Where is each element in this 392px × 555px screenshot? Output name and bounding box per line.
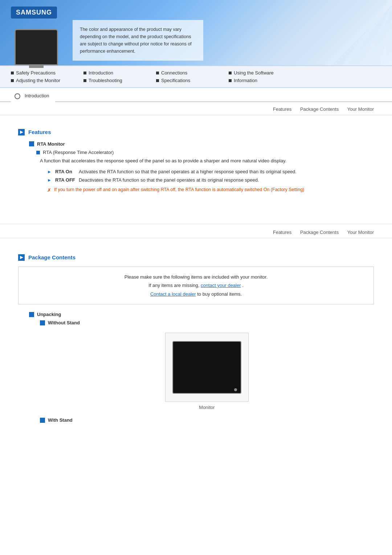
rta-on-label: RTA On [55, 169, 75, 174]
features-section-title: Features [28, 129, 51, 135]
header-description-box: The color and appearance of the product … [73, 20, 203, 61]
header-decoration [298, 0, 392, 65]
nav-item-software[interactable]: Using the Software [229, 69, 294, 77]
rta-warning-text: If you turn the power off and on again a… [54, 186, 304, 193]
sub-nav2-features[interactable]: Features [273, 230, 291, 235]
without-stand-icon [40, 320, 45, 325]
package-section-icon: ▶ [18, 254, 25, 261]
pkg-text3: . [242, 283, 244, 288]
without-stand-header: Without Stand [40, 320, 374, 325]
nav-bullet [11, 79, 14, 82]
tab-introduction[interactable]: Introduction [11, 92, 55, 102]
nav-label-software: Using the Software [234, 70, 274, 76]
with-stand-subsection: With Stand [40, 417, 374, 423]
nav-bullet [229, 79, 232, 82]
with-stand-header: With Stand [40, 417, 374, 423]
tab-circle-icon [15, 93, 20, 99]
package-section-title: Package Contents [28, 254, 75, 260]
package-info-box: Please make sure the following items are… [18, 267, 374, 304]
samsung-logo: SAMSUNG [11, 7, 57, 19]
nav-item-specifications[interactable]: Specifications [156, 77, 221, 84]
unpacking-label: Unpacking [37, 312, 61, 317]
pkg-line1: Please make sure the following items are… [29, 273, 363, 281]
nav-bullet [156, 79, 159, 82]
nav-label-safety: Safety Precautions [16, 70, 56, 76]
monitor-power-dot [234, 388, 237, 391]
sub-nav-features[interactable]: Features [273, 106, 291, 112]
rta-monitor-subsection: RTA Monitor RTA (Response Time Accelerat… [29, 141, 374, 194]
rta-off-text: Deactivates the RTA function so that the… [79, 177, 259, 183]
nav-col-3: Connections Specifications [156, 69, 229, 84]
tab-introduction-label: Introduction [25, 93, 49, 98]
main-content: ▶ Features RTA Monitor RTA (Response Tim… [0, 122, 392, 216]
nav-item-connections[interactable]: Connections [156, 69, 221, 77]
features-section-header: ▶ Features [18, 129, 374, 135]
features-section-icon: ▶ [18, 129, 25, 135]
rta-on-item: ► RTA On Activates the RTA function so t… [47, 169, 374, 174]
header-monitor-image [11, 18, 62, 65]
nav-item-safety[interactable]: Safety Precautions [11, 69, 76, 77]
package-section-header: ▶ Package Contents [18, 254, 374, 261]
rta-off-item: ► RTA OFF Deactivates the RTA function s… [47, 177, 374, 183]
svg-line-0 [327, 0, 392, 65]
nav-bullet [229, 72, 232, 74]
nav-item-adjusting[interactable]: Adjusting the Monitor [11, 77, 76, 84]
rta-monitor-label: RTA Monitor [37, 141, 65, 147]
nav-col-2: Introduction Troubleshooting [83, 69, 156, 84]
sub-nav2-your-monitor[interactable]: Your Monitor [347, 230, 374, 235]
nav-bullet [83, 79, 86, 82]
nav-col-1: Safety Precautions Adjusting the Monitor [11, 69, 83, 84]
rta-item-bullet [36, 151, 40, 154]
nav-item-introduction[interactable]: Introduction [83, 69, 149, 77]
without-stand-subsection: Without Stand Monitor [40, 320, 374, 410]
nav-bullet [83, 72, 86, 74]
rta-item-label: RTA (Response Time Accelerator) [43, 150, 114, 155]
without-stand-label: Without Stand [48, 320, 80, 325]
pkg-link2[interactable]: Contact a local dealer [150, 291, 196, 297]
pkg-line2: If any items are missing, contact your d… [29, 281, 363, 289]
nav-label-introduction: Introduction [89, 70, 113, 76]
nav-item-information[interactable]: Information [229, 77, 294, 84]
arrow-right-icon-on: ► [47, 169, 52, 174]
monitor-illustration-container: Monitor [40, 333, 374, 410]
monitor-caption: Monitor [199, 405, 215, 410]
nav-label-troubleshooting: Troubleshooting [89, 78, 122, 83]
navigation-bar: Safety Precautions Adjusting the Monitor… [0, 65, 392, 88]
pkg-link1[interactable]: contact your dealer [201, 283, 241, 288]
with-stand-icon [40, 418, 45, 423]
unpacking-icon [29, 312, 34, 317]
tab-bar: Introduction [0, 88, 392, 102]
rta-off-label: RTA OFF [55, 177, 75, 183]
nav-bullet [11, 72, 14, 74]
nav-label-specifications: Specifications [161, 78, 190, 83]
unpacking-header: Unpacking [29, 312, 374, 317]
rta-monitor-header: RTA Monitor [29, 141, 374, 147]
arrow-right-icon-off: ► [47, 178, 52, 183]
sub-nav2-package[interactable]: Package Contents [300, 230, 339, 235]
monitor-illustration [165, 333, 249, 402]
pkg-text2: If any items are missing, [148, 283, 199, 288]
rta-warning: ✗ If you turn the power off and on again… [47, 186, 374, 194]
header-description-text: The color and appearance of the product … [80, 27, 192, 54]
page-header: SAMSUNG The color and appearance of the … [0, 0, 392, 65]
x-warning-icon: ✗ [47, 187, 51, 194]
sub-nav-package[interactable]: Package Contents [300, 106, 339, 112]
rta-item-row: RTA (Response Time Accelerator) [36, 150, 374, 155]
nav-item-troubleshooting[interactable]: Troubleshooting [83, 77, 149, 84]
nav-label-connections: Connections [161, 70, 187, 76]
pkg-line3: Contact a local dealer to buy optional i… [29, 290, 363, 298]
sub-nav-2: Features Package Contents Your Monitor [0, 224, 392, 238]
rta-monitor-icon [29, 141, 34, 146]
with-stand-label: With Stand [48, 417, 73, 423]
nav-col-4: Using the Software Information [229, 69, 301, 84]
pkg-text5: to buy optional items. [197, 291, 242, 297]
rta-description: A function that accelerates the response… [40, 157, 374, 165]
rta-on-text: Activates the RTA function so that the p… [79, 169, 297, 174]
sub-nav-your-monitor[interactable]: Your Monitor [347, 106, 374, 112]
monitor-screen [172, 341, 241, 394]
nav-bullet [156, 72, 159, 74]
nav-label-information: Information [234, 78, 257, 83]
unpacking-subsection: Unpacking Without Stand Monitor With Sta [29, 312, 374, 423]
nav-label-adjusting: Adjusting the Monitor [16, 78, 60, 83]
package-content-area: ▶ Package Contents Please make sure the … [0, 247, 392, 434]
